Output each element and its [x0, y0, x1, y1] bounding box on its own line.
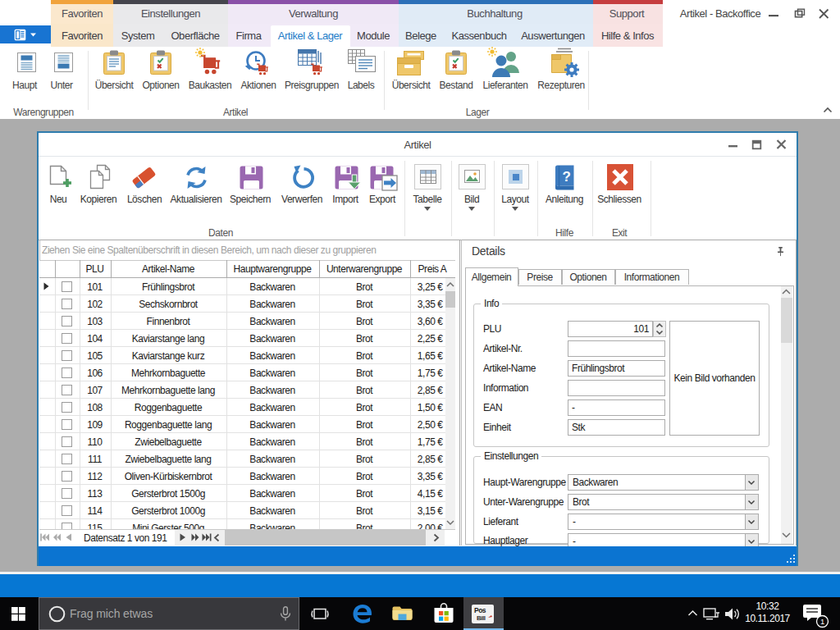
svg-text:1: 1 — [820, 617, 824, 626]
svg-text:?: ? — [563, 169, 571, 185]
svg-text:Pos: Pos — [474, 606, 486, 614]
svg-text:Bill: Bill — [477, 614, 486, 622]
